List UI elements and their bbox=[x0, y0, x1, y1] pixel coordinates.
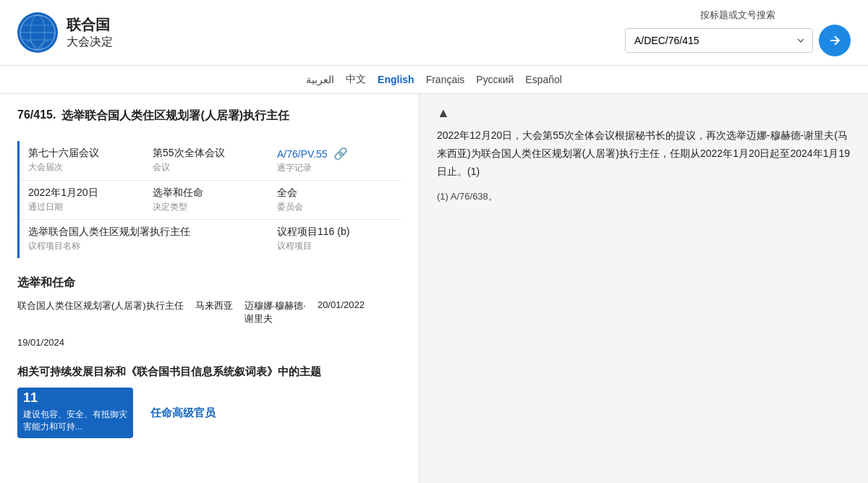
search-label: 按标题或文号搜索 bbox=[625, 9, 851, 22]
meta-meeting-value: 第55次全体会议 bbox=[153, 147, 277, 160]
meta-agenda-name-label: 议程项目名称 bbox=[28, 240, 277, 252]
election-row: 联合国人类住区规划署(人居署)执行主任 马来西亚 迈穆娜·穆赫德·谢里夫 20/… bbox=[17, 299, 401, 348]
header-left: 联合国 大会决定 bbox=[17, 12, 113, 53]
sdg-number: 11 bbox=[17, 388, 133, 409]
election-person: 迈穆娜·穆赫德·谢里夫 bbox=[244, 299, 306, 325]
right-panel: ▲ 2022年12月20日，大会第55次全体会议根据秘书长的提议，再次选举迈娜-… bbox=[420, 94, 868, 483]
lang-spanish[interactable]: Español bbox=[525, 74, 562, 85]
main-layout: 76/415. 选举联合国人类住区规划署(人居署)执行主任 第七十六届会议 大会… bbox=[0, 94, 868, 483]
right-footnote: (1) A/76/638。 bbox=[437, 190, 851, 203]
election-role: 联合国人类住区规划署(人居署)执行主任 bbox=[17, 299, 184, 325]
sdg-card: 11 建设包容、安全、有抵御灾害能力和可持... bbox=[17, 388, 133, 438]
lang-english[interactable]: English bbox=[378, 74, 414, 85]
lang-arabic[interactable]: العربية bbox=[306, 74, 334, 85]
meta-session-value: 第七十六届会议 bbox=[28, 147, 153, 160]
search-input-row: A/DEC/76/415 bbox=[625, 25, 851, 56]
meta-date-value: 2022年1月20日 bbox=[28, 187, 153, 200]
meta-agenda-name-value: 选举联合国人类住区规划署执行主任 bbox=[28, 226, 277, 239]
link-icon: 🔗 bbox=[333, 147, 348, 161]
meta-record-label: 逐字记录 bbox=[277, 162, 401, 174]
org-name: 联合国 大会决定 bbox=[67, 15, 113, 50]
election-start: 20/01/2022 bbox=[318, 299, 365, 325]
meta-agenda-item-value: 议程项目116 (b) bbox=[277, 226, 401, 239]
meta-type-label: 决定类型 bbox=[153, 201, 277, 213]
meta-col-record: A/76/PV.55 🔗 逐字记录 bbox=[277, 147, 401, 174]
verbatim-record-link[interactable]: A/76/PV.55 bbox=[277, 148, 328, 160]
doc-title: 选举联合国人类住区规划署(人居署)执行主任 bbox=[61, 108, 289, 124]
header: 联合国 大会决定 按标题或文号搜索 A/DEC/76/415 bbox=[0, 0, 868, 66]
lang-russian[interactable]: Русский bbox=[476, 74, 514, 85]
meta-type-value: 选举和任命 bbox=[153, 187, 277, 200]
search-select[interactable]: A/DEC/76/415 bbox=[625, 28, 813, 53]
meta-table: 第七十六届会议 大会届次 第55次全体会议 会议 A/76/PV.55 🔗 逐字… bbox=[17, 141, 401, 258]
meta-col-meeting: 第55次全体会议 会议 bbox=[153, 147, 277, 174]
arrow-right-icon bbox=[827, 33, 842, 48]
meta-date-label: 通过日期 bbox=[28, 201, 153, 213]
lang-french[interactable]: Français bbox=[426, 74, 465, 85]
meta-link-row: A/76/PV.55 🔗 bbox=[277, 147, 401, 161]
doc-number: 76/415. bbox=[17, 108, 56, 121]
org-sub-label: 大会决定 bbox=[67, 35, 113, 50]
meta-row-2: 2022年1月20日 通过日期 选举和任命 决定类型 全会 委员会 bbox=[20, 181, 401, 220]
meta-col-agenda-item: 议程项目116 (b) 议程项目 bbox=[277, 226, 401, 252]
meta-committee-label: 委员会 bbox=[277, 201, 401, 213]
lang-chinese[interactable]: 中文 bbox=[346, 73, 366, 86]
meta-session-label: 大会届次 bbox=[28, 161, 153, 174]
meta-col-type: 选举和任命 决定类型 bbox=[153, 187, 277, 213]
sdg-desc: 建设包容、安全、有抵御灾害能力和可持... bbox=[17, 409, 133, 436]
meta-agenda-item-label: 议程项目 bbox=[277, 240, 401, 252]
sdg-section-title: 相关可持续发展目标和《联合国书目信息系统叙词表》中的主题 bbox=[17, 365, 401, 379]
search-area: 按标题或文号搜索 A/DEC/76/415 bbox=[625, 9, 851, 56]
sdg-label: 任命高级官员 bbox=[150, 406, 216, 419]
right-panel-bullet: ▲ bbox=[437, 106, 851, 121]
left-panel: 76/415. 选举联合国人类住区规划署(人居署)执行主任 第七十六届会议 大会… bbox=[0, 94, 420, 483]
meta-row-3: 选举联合国人类住区规划署执行主任 议程项目名称 议程项目116 (b) 议程项目 bbox=[20, 220, 401, 258]
search-button[interactable] bbox=[819, 25, 851, 56]
language-bar: العربية 中文 English Français Русский Espa… bbox=[0, 66, 868, 94]
meta-row-1: 第七十六届会议 大会届次 第55次全体会议 会议 A/76/PV.55 🔗 逐字… bbox=[20, 141, 401, 181]
election-section-title: 选举和任命 bbox=[17, 275, 401, 291]
meta-committee-value: 全会 bbox=[277, 187, 401, 200]
un-logo bbox=[17, 12, 58, 53]
election-country: 马来西亚 bbox=[195, 299, 233, 325]
org-main-label: 联合国 bbox=[67, 15, 113, 35]
meta-col-session: 第七十六届会议 大会届次 bbox=[28, 147, 153, 174]
meta-col-agenda-name: 选举联合国人类住区规划署执行主任 议程项目名称 bbox=[28, 226, 277, 252]
header-right: 按标题或文号搜索 A/DEC/76/415 bbox=[625, 9, 851, 56]
meta-meeting-label: 会议 bbox=[153, 161, 277, 174]
meta-col-committee: 全会 委员会 bbox=[277, 187, 401, 213]
election-end: 19/01/2024 bbox=[17, 337, 64, 348]
sdg-row: 11 建设包容、安全、有抵御灾害能力和可持... 任命高级官员 bbox=[17, 388, 401, 438]
meta-col-date: 2022年1月20日 通过日期 bbox=[28, 187, 153, 213]
right-content: 2022年12月20日，大会第55次全体会议根据秘书长的提议，再次选举迈娜-穆赫… bbox=[437, 127, 851, 181]
